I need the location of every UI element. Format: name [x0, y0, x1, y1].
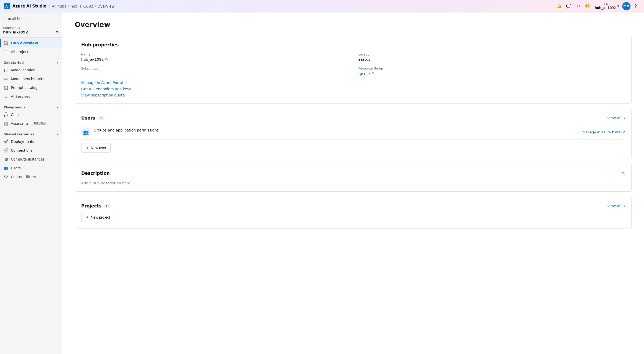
location-value: eastus — [358, 57, 625, 61]
collapse-sidebar-button[interactable]: ⊟ — [53, 16, 59, 22]
description-header: Description ✎ — [81, 171, 625, 176]
brand: A Azure AI Studio — [4, 3, 46, 9]
sidebar-item-prompt-catalog[interactable]: 📋 Prompt catalog — [0, 83, 62, 92]
current-hub-name[interactable]: hub_ai-1092 ⇅ — [3, 30, 59, 34]
current-hub-name-text: hub_ai-1092 — [3, 30, 28, 34]
sidebar-item-chat[interactable]: 💬 Chat — [0, 110, 62, 119]
hub-properties-grid: Name hub_ai-1092 ⧉ Location eastus Subsc… — [81, 53, 625, 75]
projects-view-all-arrow: → — [622, 204, 625, 208]
manage-portal-text: Manage in Azure Portal — [81, 81, 123, 85]
connections-icon: 🔗 — [4, 148, 8, 153]
sidebar-item-connections[interactable]: 🔗 Connections — [0, 146, 62, 155]
page-title: Overview — [75, 21, 632, 29]
resource-group-value: rg-ai ↗ ⧉ — [358, 71, 625, 75]
playgrounds-chevron: ▾ — [57, 106, 58, 109]
new-user-label: New user — [91, 146, 106, 150]
avatar[interactable]: MD — [622, 2, 631, 10]
sidebar-item-ai-services[interactable]: ◇ AI Services — [0, 92, 62, 101]
manage-users-portal-link[interactable]: Manage in Azure Portal ↗ — [583, 130, 625, 134]
manage-azure-portal-link[interactable]: Manage in Azure Portal ↗ — [81, 81, 625, 85]
all-projects-label: All projects — [11, 50, 30, 54]
chat-label: Chat — [11, 113, 19, 117]
nav-section-playgrounds: Playgrounds ▾ 💬 Chat 🤖 Assistants PREVIE… — [0, 102, 62, 129]
projects-card: Projects 0 View all → ＋ New project — [75, 197, 632, 228]
nav-section-shared-resources: Shared resources ▾ 🚀 Deployments 🔗 Conne… — [0, 129, 62, 182]
feedback-button[interactable]: 🙂 — [583, 2, 592, 10]
external-icon-1: ↗ — [124, 81, 127, 85]
sidebar-item-model-benchmarks[interactable]: ⚖ Model benchmarks — [0, 74, 62, 83]
subscription-label: Subscription — [81, 67, 348, 70]
sidebar-item-all-projects[interactable]: ⊞ All projects — [0, 47, 62, 56]
location-text: eastus — [358, 57, 370, 61]
prompt-icon: 📋 — [4, 85, 8, 90]
assistants-label: Assistants — [11, 121, 29, 126]
name-text: hub_ai-1092 — [81, 57, 104, 61]
sidebar-item-model-catalog[interactable]: ◫ Model catalog — [0, 66, 62, 74]
external-link-icon: ↗ — [368, 72, 371, 75]
back-label: To all hubs — [8, 17, 25, 21]
users-card: Users 1 View all → 👥 Groups and applicat… — [75, 109, 632, 159]
copy-name-icon[interactable]: ⧉ — [105, 57, 108, 61]
sidebar-item-users[interactable]: 👥 Users — [0, 164, 62, 172]
user-avatar-icon: 👥 — [81, 127, 91, 137]
help-button[interactable]: ? — [632, 2, 640, 10]
preview-badge: PREVIEW — [32, 122, 47, 125]
breadcrumb-sep-3: / — [95, 4, 96, 8]
settings-button[interactable]: ⚙ — [574, 2, 582, 10]
new-user-button[interactable]: ＋ New user — [81, 143, 111, 152]
sidebar-item-deployments[interactable]: 🚀 Deployments — [0, 137, 62, 146]
compute-icon: 🖥 — [4, 157, 8, 162]
brand-name: Azure AI Studio — [12, 4, 46, 9]
location-prop: Location eastus — [358, 53, 625, 61]
shared-resources-label: Shared resources — [4, 133, 34, 136]
projects-view-all-link[interactable]: View all → — [607, 204, 625, 208]
breadcrumb-hub[interactable]: hub_ai-1092 — [71, 4, 93, 8]
hub-selector-name: hub_ai-1092 — [595, 6, 616, 10]
projects-title: Projects — [81, 203, 101, 209]
edit-description-icon[interactable]: ✎ — [622, 171, 625, 176]
user-group-name: Groups and application permissions — [94, 128, 580, 132]
connections-label: Connections — [11, 148, 32, 152]
breadcrumb-current: Overview — [98, 4, 115, 8]
breadcrumb-all-hubs[interactable]: All hubs — [52, 4, 66, 8]
notifications-button[interactable]: 🔔 — [555, 2, 564, 10]
chat-button[interactable]: 💬 — [565, 2, 573, 10]
users-view-all-link[interactable]: View all → — [607, 116, 625, 120]
resource-group-prop: Resource Group rg-ai ↗ ⧉ — [358, 67, 625, 75]
description-card: Description ✎ Add a hub description here — [75, 164, 632, 192]
chevron-down-icon: ▾ — [617, 4, 619, 8]
sidebar-item-assistants[interactable]: 🤖 Assistants PREVIEW — [0, 119, 62, 128]
back-to-hubs-link[interactable]: ← To all hubs — [3, 17, 25, 21]
users-view-all-text: View all — [607, 116, 621, 120]
description-title: Description — [81, 171, 110, 176]
sidebar-item-hub-overview[interactable]: 🏠 Hub overview — [0, 39, 62, 47]
new-project-label: New project — [91, 215, 110, 219]
name-value: hub_ai-1092 ⧉ — [81, 57, 348, 61]
sidebar: ← To all hubs ⊟ Current hub hub_ai-1092 … — [0, 12, 62, 354]
ai-services-icon: ◇ — [4, 94, 8, 99]
description-placeholder: Add a hub description here — [81, 181, 625, 185]
manage-users-text: Manage in Azure Portal — [583, 130, 622, 134]
group-icon: 👥 — [83, 129, 89, 135]
hub-overview-label: Hub overview — [11, 41, 38, 45]
sidebar-item-content-filters[interactable]: 🛡 Content filters — [0, 172, 62, 181]
hub-selector[interactable]: Hub hub_ai-1092 ▾ — [593, 2, 621, 11]
model-benchmarks-label: Model benchmarks — [11, 77, 44, 81]
main-content: Overview Hub properties Name hub_ai-1092… — [62, 12, 644, 354]
get-api-endpoints-link[interactable]: Get API endpoints and keys — [81, 87, 625, 91]
shared-resources-header[interactable]: Shared resources ▾ — [0, 130, 62, 137]
view-subscription-quota-link[interactable]: View subscription quota — [81, 93, 625, 97]
users-label: Users — [11, 166, 21, 170]
copy-rg-icon[interactable]: ⧉ — [372, 71, 374, 75]
new-project-plus-icon: ＋ — [86, 215, 89, 220]
resource-group-link[interactable]: rg-ai — [358, 71, 367, 75]
get-started-label: Get started — [4, 61, 24, 65]
get-started-chevron: ▾ — [57, 61, 58, 65]
benchmark-icon: ⚖ — [4, 77, 8, 81]
playgrounds-header[interactable]: Playgrounds ▾ — [0, 103, 62, 110]
azure-logo: A — [4, 3, 10, 9]
resource-group-label: Resource Group — [358, 67, 625, 70]
get-started-header[interactable]: Get started ▾ — [0, 58, 62, 66]
sidebar-item-compute-instances[interactable]: 🖥 Compute instances — [0, 155, 62, 164]
new-project-button[interactable]: ＋ New project — [81, 213, 114, 222]
